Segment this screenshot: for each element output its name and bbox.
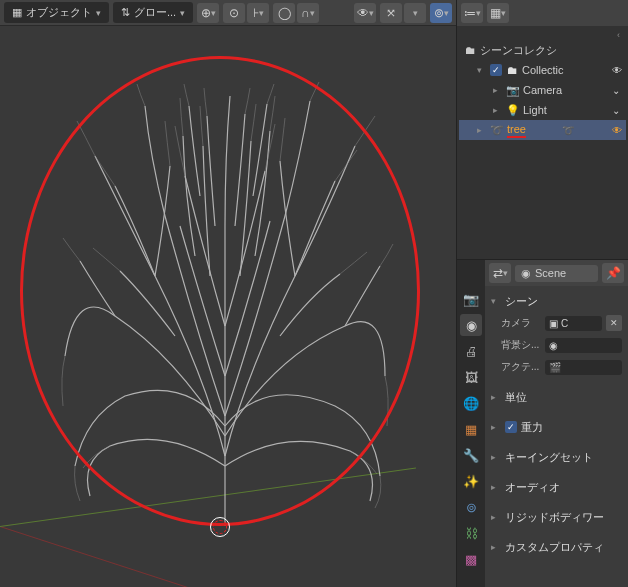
audio-title: オーディオ <box>505 480 560 495</box>
clear-camera-button[interactable]: ✕ <box>606 315 622 331</box>
disclosure-icon[interactable]: ▸ <box>493 105 503 115</box>
tab-modifiers[interactable]: 🔧 <box>460 444 482 466</box>
scene-name: Scene <box>535 267 566 279</box>
visibility-toggle[interactable]: 👁 <box>612 125 626 136</box>
tab-scene[interactable]: ◉ <box>460 314 482 336</box>
keying-title: キーイングセット <box>505 450 593 465</box>
gizmo-menu[interactable]: ▾ <box>404 3 426 23</box>
rigid-header[interactable]: ▸リジッドボディワー <box>491 506 622 528</box>
custom-props-title: カスタムプロパティ <box>505 540 604 555</box>
outliner-view-menu[interactable]: ▦▾ <box>487 3 509 23</box>
camera-field-row: カメラ ▣ C ✕ <box>491 312 622 334</box>
custom-props-header[interactable]: ▸カスタムプロパティ <box>491 536 622 558</box>
custom-props-section: ▸カスタムプロパティ <box>485 532 628 562</box>
chevron-down-icon: ▾ <box>96 8 101 18</box>
cube-icon: ▦ <box>12 6 22 19</box>
bg-scene-field[interactable]: ◉ <box>545 338 622 353</box>
curve-icon: ➰ <box>490 123 504 137</box>
pin-button[interactable]: 📌 <box>602 263 624 283</box>
props-display-menu[interactable]: ⇄▾ <box>489 263 511 283</box>
camera-value: C <box>561 318 568 329</box>
collection-label: Collectic <box>522 64 564 76</box>
orientation-selector[interactable]: ⇅ グロー... ▾ <box>113 2 193 23</box>
tab-output[interactable]: 🖨 <box>460 340 482 362</box>
active-clip-field[interactable]: 🎬 <box>545 360 622 375</box>
tab-particles[interactable]: ✨ <box>460 470 482 492</box>
collection-row[interactable]: ▾ ✓ 🖿 Collectic 👁 <box>459 60 626 80</box>
camera-row[interactable]: ▸ 📷 Camera ⌄ <box>459 80 626 100</box>
viewport-canvas[interactable] <box>0 26 456 587</box>
scene-icon: ◉ <box>549 340 558 351</box>
gizmo-group: ⤧ ▾ <box>380 3 426 23</box>
snap-group: ⊙ ⊦▾ <box>223 3 269 23</box>
disclosure-icon[interactable]: ▸ <box>477 125 487 135</box>
scene-collection-row[interactable]: 🖿 シーンコレクシ <box>459 40 626 60</box>
gravity-header[interactable]: ▸✓重力 <box>491 416 622 438</box>
properties-header: ⇄▾ ◉ Scene 📌 <box>485 260 628 286</box>
tab-object[interactable]: ▦ <box>460 418 482 440</box>
tab-world[interactable]: 🌐 <box>460 392 482 414</box>
outliner-header: ≔▾ ▦▾ <box>457 0 628 26</box>
properties-body: ⇄▾ ◉ Scene 📌 ▾シーン カメラ ▣ C ✕ <box>485 260 628 587</box>
clip-icon: 🎬 <box>549 362 561 373</box>
scene-breadcrumb[interactable]: ◉ Scene <box>515 265 598 282</box>
visibility-toggle[interactable]: 👁 <box>612 65 626 76</box>
orientation-label: グロー... <box>134 5 176 20</box>
tab-render[interactable]: 📷 <box>460 288 482 310</box>
gravity-section: ▸✓重力 <box>485 412 628 442</box>
proportional-menu[interactable]: ∩▾ <box>297 3 319 23</box>
scene-collection-label: シーンコレクシ <box>480 43 557 58</box>
scene-icon: ◉ <box>521 267 531 280</box>
keying-section: ▸キーイングセット <box>485 442 628 472</box>
bg-scene-label: 背景シ... <box>501 338 541 352</box>
snap-menu[interactable]: ⊦▾ <box>247 3 269 23</box>
curve-data-icon[interactable]: ➰ <box>562 125 576 136</box>
tab-viewlayer[interactable]: 🖼 <box>460 366 482 388</box>
overlay-toggle[interactable]: ⊚▾ <box>430 3 452 23</box>
scene-panel-header[interactable]: ▾シーン <box>491 290 622 312</box>
disclosure-icon[interactable]: ▾ <box>477 65 487 75</box>
camera-field[interactable]: ▣ C <box>545 316 602 331</box>
visibility-menu[interactable]: 👁▾ <box>354 3 376 23</box>
back-icon[interactable]: ‹ <box>459 30 626 40</box>
visibility-group: 👁▾ <box>354 3 376 23</box>
gravity-title: 重力 <box>521 420 543 435</box>
bg-scene-row: 背景シ... ◉ <box>491 334 622 356</box>
units-header[interactable]: ▸単位 <box>491 386 622 408</box>
tab-physics[interactable]: ⊚ <box>460 496 482 518</box>
tree-object-row[interactable]: ▸ ➰ tree ➰ 👁 <box>459 120 626 140</box>
audio-header[interactable]: ▸オーディオ <box>491 476 622 498</box>
camera-field-label: カメラ <box>501 316 541 330</box>
3d-cursor <box>210 517 230 537</box>
light-row[interactable]: ▸ 💡 Light ⌄ <box>459 100 626 120</box>
collection-checkbox[interactable]: ✓ <box>490 64 502 76</box>
gizmo-toggle[interactable]: ⤧ <box>380 3 402 23</box>
tree-label: tree <box>507 123 526 138</box>
camera-label: Camera <box>523 84 562 96</box>
outliner-tree: ‹ 🖿 シーンコレクシ ▾ ✓ 🖿 Collectic 👁 ▸ 📷 Camera… <box>457 26 628 259</box>
tab-texture[interactable]: ▩ <box>460 548 482 570</box>
proportional-toggle[interactable]: ◯ <box>273 3 295 23</box>
annotation-ellipse <box>20 56 420 526</box>
keying-header[interactable]: ▸キーイングセット <box>491 446 622 468</box>
scene-panel-title: シーン <box>505 294 538 309</box>
rigid-section: ▸リジッドボディワー <box>485 502 628 532</box>
tab-constraints[interactable]: ⛓ <box>460 522 482 544</box>
mode-selector[interactable]: ▦ オブジェクト ▾ <box>4 2 109 23</box>
camera-icon: 📷 <box>506 83 520 97</box>
outliner-display-mode[interactable]: ≔▾ <box>461 3 483 23</box>
gravity-checkbox[interactable]: ✓ <box>505 421 517 433</box>
audio-section: ▸オーディオ <box>485 472 628 502</box>
visibility-toggle[interactable]: ⌄ <box>612 105 626 116</box>
snap-toggle[interactable]: ⊙ <box>223 3 245 23</box>
active-clip-row: アクテ... 🎬 <box>491 356 622 378</box>
scene-section: ▾シーン カメラ ▣ C ✕ 背景シ... ◉ アクテ... 🎬 <box>485 286 628 382</box>
disclosure-icon[interactable]: ▸ <box>493 85 503 95</box>
pivot-menu[interactable]: ⊕▾ <box>197 3 219 23</box>
active-clip-label: アクテ... <box>501 360 541 374</box>
collection-icon: 🖿 <box>463 43 477 57</box>
viewport-header: ▦ オブジェクト ▾ ⇅ グロー... ▾ ⊕▾ ⊙ ⊦▾ ◯ ∩▾ 👁▾ ⤧ … <box>0 0 456 26</box>
units-section: ▸単位 <box>485 382 628 412</box>
visibility-toggle[interactable]: ⌄ <box>612 85 626 96</box>
collection-icon: 🖿 <box>505 63 519 77</box>
